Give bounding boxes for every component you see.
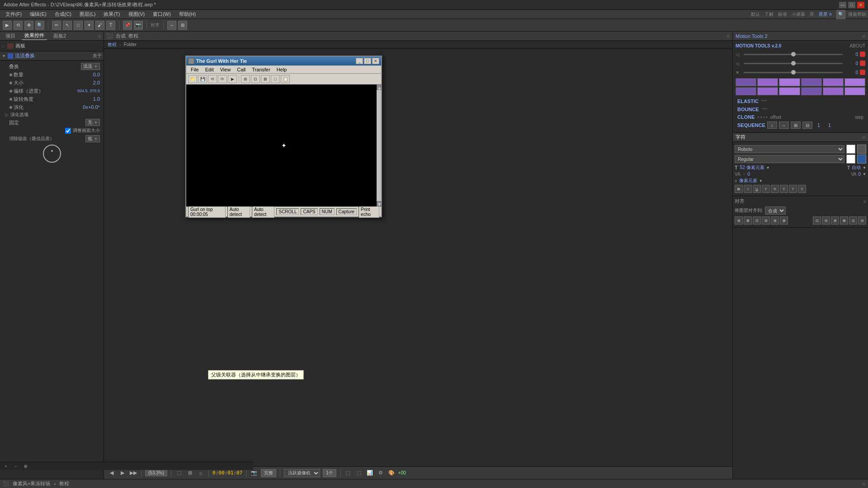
align-dist-1[interactable]: ⊡ (813, 216, 821, 225)
resize-checkbox[interactable] (65, 128, 71, 134)
tb-btn-4[interactable]: 🔍 (35, 21, 44, 30)
amount-value[interactable]: 0.0 (73, 72, 100, 77)
fw-tb-7[interactable]: ⊡ (251, 75, 260, 83)
minimize-button[interactable]: — (839, 2, 846, 8)
rp-char-menu[interactable]: ≡ (863, 135, 865, 140)
size-expand[interactable]: ◉ (9, 80, 13, 85)
swatch-2[interactable] (757, 78, 778, 86)
aa-dropdown[interactable]: 低 ▼ (85, 135, 100, 142)
bp-tab1[interactable]: 像素风+果冻转场 (13, 480, 50, 487)
comp-tab[interactable]: 合成 (116, 33, 126, 39)
swatch-5[interactable] (823, 78, 844, 86)
seq-btn-1[interactable]: ↕ (767, 122, 777, 129)
fw-tb-8[interactable]: ⊠ (261, 75, 270, 83)
scrollbar-v[interactable]: ▲ ▼ (377, 84, 381, 206)
effect-toggle[interactable]: 关于 (93, 53, 102, 59)
fw-caps[interactable]: CAPS (301, 208, 317, 215)
text-t4[interactable]: T (789, 185, 797, 193)
sp-arrow[interactable]: ▼ (759, 179, 763, 183)
fw-close[interactable]: ✕ (372, 58, 379, 64)
fw-num[interactable]: NUM (320, 208, 335, 215)
scroll-down[interactable]: ▼ (377, 201, 381, 206)
fw-menu-view[interactable]: View (217, 66, 234, 73)
tutorial-tab[interactable]: 教程 (128, 33, 138, 39)
menu-layer[interactable]: 图层(L) (76, 10, 99, 18)
swatch-4[interactable] (801, 78, 822, 86)
align-dist-5[interactable]: ⊡ (849, 216, 857, 225)
comp-menu[interactable]: ≡ (727, 33, 730, 39)
menu-help[interactable]: 帮助(H) (175, 10, 199, 18)
rot-value[interactable]: 1.0 (73, 96, 100, 102)
rot-expand[interactable]: ◉ (9, 97, 13, 101)
tab-project[interactable]: 项目 (3, 32, 18, 40)
vc-color[interactable]: 🎨 (387, 469, 396, 477)
swatch-12[interactable] (844, 87, 865, 95)
tb-extra2[interactable]: ⊞ (178, 21, 187, 30)
breadcrumb-tutorial[interactable]: 教程 (108, 42, 117, 48)
fs-auto-arrow[interactable]: ▼ (863, 166, 866, 170)
vc-camera-select[interactable]: 活跃摄像机 (284, 469, 320, 477)
evo-opt-expand[interactable]: ▷ (5, 113, 9, 117)
fw-scroll[interactable]: SCROLL (276, 208, 299, 215)
vc-display[interactable]: ⬚ (175, 469, 183, 477)
text-t2[interactable]: Tr (771, 185, 779, 193)
vc-quality[interactable]: 完整 (261, 469, 276, 477)
panel-menu-icon[interactable]: ≡ (98, 33, 101, 39)
fw-tb-1[interactable]: 📁 (188, 75, 197, 83)
fw-menu-call[interactable]: Call (234, 66, 248, 73)
fw-maximize[interactable]: □ (364, 58, 371, 64)
tb-btn-1[interactable]: ▶ (3, 21, 12, 30)
slider-2-thumb[interactable] (791, 61, 796, 66)
slider-2-track[interactable] (744, 63, 843, 64)
align-right[interactable]: ⊡ (753, 216, 761, 225)
text-italic[interactable]: I (744, 185, 752, 193)
swatch-8[interactable] (757, 87, 778, 95)
fw-menu-file[interactable]: File (188, 66, 202, 73)
slider-3-thumb[interactable] (791, 70, 796, 75)
rp-menu[interactable]: ≡ (863, 33, 865, 39)
align-top[interactable]: ⊟ (762, 216, 770, 225)
tb-btn-3[interactable]: ✥ (24, 21, 33, 30)
fw-minimize[interactable]: _ (356, 58, 363, 64)
fw-tb-9[interactable]: □ (271, 75, 280, 83)
align-dist-6[interactable]: ⊟ (858, 216, 866, 225)
bp-menu[interactable]: ≡ (863, 481, 865, 487)
scroll-up[interactable]: ▲ (377, 84, 381, 90)
menu-window[interactable]: 窗口(W) (149, 10, 175, 18)
blend-circle[interactable] (43, 145, 61, 163)
text-t5[interactable]: T (798, 185, 806, 193)
effect-expand[interactable]: ▼ (2, 54, 6, 58)
swatch-6[interactable] (844, 78, 865, 86)
menu-edit[interactable]: 编辑(E) (26, 10, 50, 18)
text-bold[interactable]: B (735, 185, 743, 193)
tb-extra1[interactable]: ↔ (167, 21, 176, 30)
tb-cam[interactable]: 📷 (134, 21, 143, 30)
seq-btn-2[interactable]: ↔ (779, 122, 789, 129)
swatch-1[interactable] (736, 78, 756, 86)
text-t1[interactable]: T (762, 185, 770, 193)
slider-3-track[interactable] (744, 72, 843, 73)
fw-tb-10[interactable]: 📋 (281, 75, 290, 83)
va2-arrow[interactable]: ▼ (863, 172, 866, 176)
tb-select[interactable]: ↖ (63, 21, 72, 30)
align-dist-3[interactable]: ⊞ (831, 216, 839, 225)
slider-1-thumb[interactable] (791, 52, 796, 56)
fw-tb-6[interactable]: ⊞ (241, 75, 250, 83)
font-color-box1[interactable] (846, 145, 855, 154)
tb-pin[interactable]: 📌 (123, 21, 132, 30)
fw-tb-3[interactable]: ⟲ (208, 75, 217, 83)
fw-print[interactable]: Print echo (359, 206, 379, 218)
vc-next-frame[interactable]: ▶▶ (129, 469, 137, 477)
menu-file[interactable]: 文件(F) (2, 10, 25, 18)
floating-window[interactable]: The Gurl With Her Tie _ □ ✕ File Edit Vi… (185, 56, 382, 217)
align-menu[interactable]: ≡ (863, 199, 866, 204)
swatch-11[interactable] (823, 87, 844, 95)
fw-tb-2[interactable]: 💾 (198, 75, 207, 83)
align-hcenter[interactable]: ⊠ (744, 216, 752, 225)
vc-settings[interactable]: ⚙ (377, 469, 385, 477)
breadcrumb-folder[interactable]: Folder (124, 42, 137, 47)
tb-btn-2[interactable]: ⟲ (14, 21, 23, 30)
menu-compose[interactable]: 合成(C) (51, 10, 75, 18)
fixed-dropdown[interactable]: 无 ▼ (85, 119, 100, 126)
seq-btn-3[interactable]: ⊞ (791, 122, 801, 129)
